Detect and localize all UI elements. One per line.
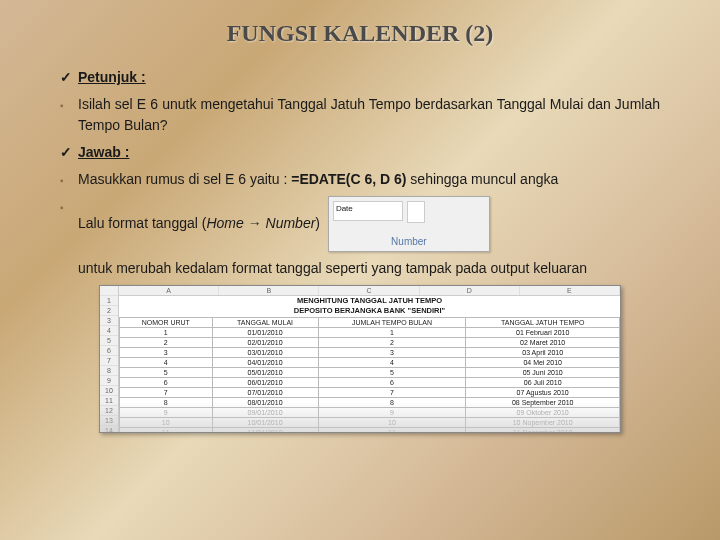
- dropdown-arrow-icon: [407, 201, 425, 223]
- jawab-2a: Lalu format tanggal (: [78, 215, 206, 231]
- bullet-icon: [60, 169, 78, 190]
- jawab-line-3: untuk merubah kedalam format tanggal sep…: [78, 258, 660, 279]
- jawab-text-1: Masukkan rumus di sel E 6 yaitu : =EDATE…: [78, 169, 660, 190]
- jawab-heading: Jawab :: [60, 142, 660, 163]
- slide: FUNGSI KALENDER (2) Petunjuk : Isilah se…: [0, 0, 720, 540]
- grid: ABCDE MENGHITUNG TANGGAL JATUH TEMPO DEP…: [119, 286, 620, 433]
- jawab-2d: ): [315, 215, 320, 231]
- ribbon-group-label: Number: [329, 234, 489, 249]
- petunjuk-text: Isilah sel E 6 unutk mengetahui Tanggal …: [78, 94, 660, 136]
- jawab-line-1: Masukkan rumus di sel E 6 yaitu : =EDATE…: [60, 169, 660, 190]
- jawab-text-2: Lalu format tanggal (Home → Number) Date…: [78, 196, 660, 252]
- petunjuk-heading: Petunjuk :: [60, 67, 660, 88]
- jawab-2b: Home: [206, 215, 247, 231]
- number-format-dropdown: Date: [333, 201, 403, 221]
- sheet-title-2: DEPOSITO BERJANGKA BANK "SENDIRI": [119, 306, 620, 316]
- data-table: NOMOR URUTTANGGAL MULAIJUMLAH TEMPO BULA…: [119, 317, 620, 434]
- jawab-text-3: untuk merubah kedalam format tanggal sep…: [78, 258, 660, 279]
- sheet-title-1: MENGHITUNG TANGGAL JATUH TEMPO: [119, 296, 620, 306]
- column-headers: ABCDE: [119, 286, 620, 296]
- jawab-1b: sehingga muncul angka: [406, 171, 558, 187]
- petunjuk-label: Petunjuk :: [78, 67, 660, 88]
- content-area: Petunjuk : Isilah sel E 6 unutk mengetah…: [60, 67, 660, 433]
- ribbon-number-group-image: Date Number: [328, 196, 490, 252]
- check-icon: [60, 142, 78, 163]
- row-headers: 1234567891011121314151617: [100, 286, 119, 433]
- jawab-label: Jawab :: [78, 142, 660, 163]
- bullet-icon: [60, 196, 78, 217]
- spreadsheet-output-image: 1234567891011121314151617 ABCDE MENGHITU…: [99, 285, 621, 433]
- jawab-line-2: Lalu format tanggal (Home → Number) Date…: [60, 196, 660, 252]
- jawab-1a: Masukkan rumus di sel E 6 yaitu :: [78, 171, 291, 187]
- slide-title: FUNGSI KALENDER (2): [60, 20, 660, 47]
- jawab-2c: Number: [262, 215, 316, 231]
- check-icon: [60, 67, 78, 88]
- jawab-formula: =EDATE(C 6, D 6): [291, 171, 406, 187]
- bullet-icon: [60, 94, 78, 115]
- petunjuk-body: Isilah sel E 6 unutk mengetahui Tanggal …: [60, 94, 660, 136]
- sheet: 1234567891011121314151617 ABCDE MENGHITU…: [100, 286, 620, 433]
